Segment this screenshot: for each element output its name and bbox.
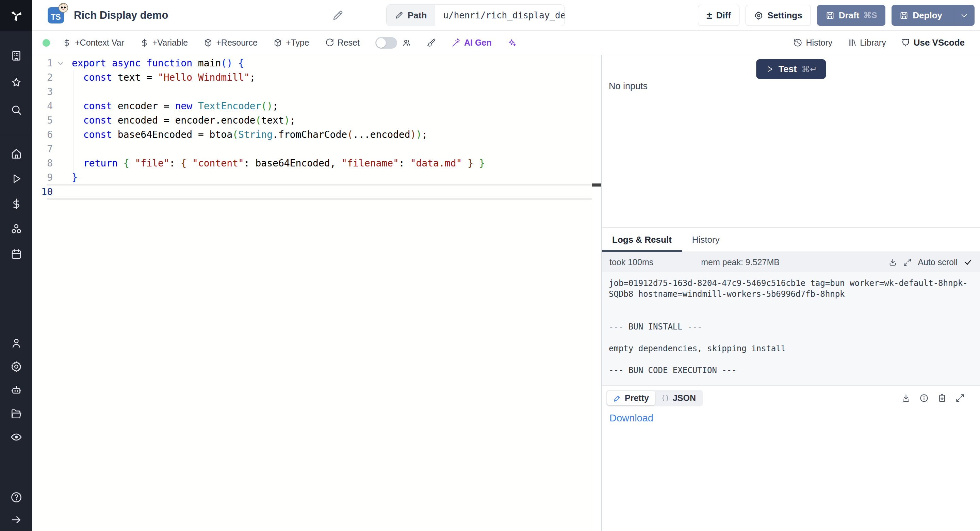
line-number[interactable]: 6 — [32, 128, 53, 142]
path-label: Path — [408, 10, 427, 21]
fold-chevron-icon[interactable] — [56, 56, 64, 70]
deploy-dropdown[interactable] — [954, 5, 974, 26]
check-icon[interactable] — [964, 258, 972, 266]
pencil-icon — [395, 11, 404, 20]
sidebar-item-settings[interactable] — [0, 355, 32, 378]
line-number[interactable]: 1 — [32, 56, 53, 70]
sidebar-item-help[interactable] — [0, 486, 32, 509]
format-button[interactable] — [427, 38, 436, 47]
library-button[interactable]: Library — [847, 38, 886, 48]
line-number[interactable]: 2 — [32, 70, 53, 85]
line-number[interactable]: 9 — [32, 171, 53, 185]
code-line[interactable]: } — [72, 171, 592, 185]
overview-ruler[interactable] — [592, 55, 601, 531]
line-number[interactable]: 3 — [32, 85, 53, 99]
download-result-icon[interactable] — [901, 394, 911, 403]
line-number[interactable]: 8 — [32, 156, 53, 171]
dollar-icon — [10, 198, 22, 210]
line-number[interactable]: 5 — [32, 113, 53, 128]
diff-label: Diff — [716, 10, 731, 21]
code-line[interactable]: return { "file": { "content": base64Enco… — [72, 156, 592, 171]
json-label: JSON — [673, 393, 696, 403]
line-number[interactable]: 10 — [32, 185, 53, 199]
code-line[interactable] — [72, 185, 592, 199]
add-variable-button[interactable]: +Variable — [140, 38, 188, 48]
reset-label: Reset — [337, 38, 360, 48]
sidebar-item-variables[interactable] — [0, 191, 32, 217]
sidebar-item-favorites[interactable] — [0, 69, 32, 96]
sidebar-item-home[interactable] — [0, 141, 32, 166]
robot-icon — [10, 384, 22, 396]
windmill-script-editor: TS Rich Display demo Path u/henri/rich_d… — [0, 0, 980, 531]
sidebar-item-workers[interactable] — [0, 378, 32, 402]
windmill-logo[interactable] — [0, 0, 32, 30]
collaborators-button[interactable] — [402, 38, 411, 47]
arrow-right-icon — [10, 513, 22, 526]
download-file-link[interactable]: Download — [609, 413, 653, 424]
pen-icon — [613, 394, 621, 402]
log-line — [609, 300, 973, 311]
settings-button[interactable]: Settings — [746, 5, 811, 26]
info-icon[interactable] — [920, 394, 929, 403]
tab-history[interactable]: History — [682, 228, 730, 252]
pretty-tab[interactable]: Pretty — [607, 391, 655, 405]
code-line[interactable]: const encoded = encoder.encode(text); — [72, 113, 592, 128]
test-label: Test — [778, 64, 797, 75]
code-lines[interactable]: export async function main() { const tex… — [72, 56, 592, 199]
code-line[interactable]: const text = "Hello Windmill"; — [72, 70, 592, 85]
copy-icon[interactable] — [937, 394, 947, 403]
add-type-button[interactable]: +Type — [273, 38, 309, 48]
code-line[interactable] — [72, 85, 592, 99]
test-button[interactable]: Test ⌘↵ — [756, 59, 826, 79]
collab-toggle[interactable] — [375, 37, 397, 49]
draft-button[interactable]: Draft ⌘S — [817, 5, 886, 26]
result-actions — [901, 394, 965, 403]
log-actions: Auto scroll — [888, 257, 972, 267]
code-line[interactable]: const base64Encoded = btoa(String.fromCh… — [72, 128, 592, 142]
log-line: --- BUN INSTALL --- — [609, 321, 973, 332]
diff-icon: ± — [706, 10, 712, 21]
type-label: +Type — [286, 38, 309, 48]
expand-result-icon[interactable] — [956, 394, 965, 403]
results-section: Logs & Result History took 100ms mem pea… — [602, 227, 980, 531]
sidebar-item-search[interactable] — [0, 96, 32, 124]
log-line — [609, 311, 973, 321]
add-resource-button[interactable]: +Resource — [204, 38, 258, 48]
code-line[interactable]: export async function main() { — [72, 56, 592, 70]
history-label: History — [806, 38, 832, 48]
sidebar-item-expand[interactable] — [0, 509, 32, 531]
log-output[interactable]: job=01912d75-163d-8204-47c9-5469c516cb1e… — [602, 272, 980, 385]
sidebar-item-schedules[interactable] — [0, 242, 32, 267]
ai-gen-button[interactable]: AI Gen — [452, 38, 492, 48]
add-context-var-button[interactable]: +Context Var — [62, 38, 124, 48]
path-field[interactable]: Path u/henri/rich_display_demo — [386, 5, 565, 26]
download-logs-icon[interactable] — [888, 258, 897, 266]
use-vscode-button[interactable]: Use VScode — [901, 37, 965, 48]
deploy-button[interactable]: Deploy — [891, 5, 975, 26]
reset-button[interactable]: Reset — [325, 38, 360, 48]
library-label: Library — [860, 38, 886, 48]
wand-icon — [452, 38, 461, 47]
log-line: job=01912d75-163d-8204-47c9-5469c516cb1e… — [609, 278, 973, 289]
code-editor[interactable]: 12345678910 export async function main()… — [32, 55, 592, 531]
diff-button[interactable]: ± Diff — [698, 5, 740, 26]
expand-logs-icon[interactable] — [903, 258, 912, 266]
code-line[interactable] — [72, 142, 592, 156]
line-number[interactable]: 7 — [32, 142, 53, 156]
windmill-icon — [10, 9, 22, 21]
sidebar-item-folders[interactable] — [0, 402, 32, 425]
ai-sparkles-button[interactable] — [508, 38, 517, 47]
sidebar-item-resources[interactable] — [0, 217, 32, 242]
code-line[interactable]: const encoder = new TextEncoder(); — [72, 99, 592, 113]
tab-logs-result[interactable]: Logs & Result — [602, 228, 682, 252]
sidebar-item-audit[interactable] — [0, 425, 32, 449]
history-button[interactable]: History — [793, 38, 832, 48]
sidebar — [0, 0, 32, 531]
sidebar-item-runs[interactable] — [0, 166, 32, 191]
sidebar-item-workspace[interactable] — [0, 42, 32, 69]
edit-summary-pencil-icon[interactable] — [332, 9, 344, 21]
line-number[interactable]: 4 — [32, 99, 53, 113]
json-tab[interactable]: JSON — [655, 391, 702, 405]
sidebar-item-users[interactable] — [0, 331, 32, 355]
pretty-label: Pretty — [625, 393, 649, 403]
